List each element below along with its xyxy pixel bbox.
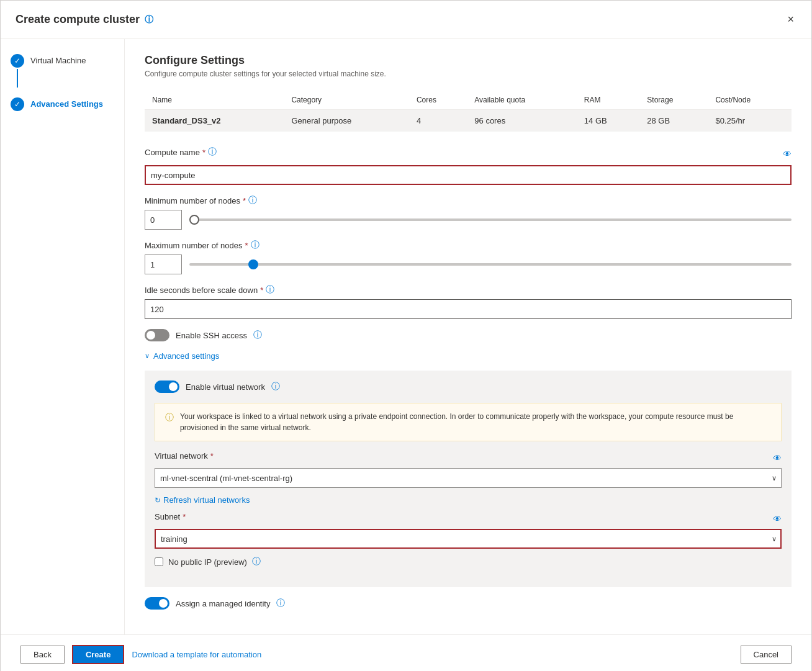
- main-content: Configure Settings Configure compute clu…: [125, 39, 811, 634]
- sidebar: ✓ Virtual Machine ✓ Advanced Settings: [1, 39, 125, 634]
- vnet-eye-icon[interactable]: 👁: [773, 453, 782, 463]
- min-nodes-slider-row: [145, 210, 792, 230]
- cell-cores: 4: [409, 110, 467, 132]
- step2-check: ✓: [14, 100, 20, 109]
- managed-identity-toggle-slider: [145, 597, 169, 610]
- vnet-select[interactable]: ml-vnet-scentral (ml-vnet-scentral-rg): [155, 468, 782, 488]
- dialog-title-text: Create compute cluster: [16, 13, 140, 26]
- col-name: Name: [145, 91, 284, 110]
- idle-seconds-info-icon[interactable]: ⓘ: [266, 284, 274, 295]
- max-nodes-slider[interactable]: [189, 263, 792, 266]
- col-quota: Available quota: [467, 91, 577, 110]
- col-storage: Storage: [639, 91, 708, 110]
- no-public-ip-info-icon[interactable]: ⓘ: [252, 556, 261, 567]
- create-button[interactable]: Create: [72, 645, 124, 664]
- max-nodes-input[interactable]: [145, 254, 182, 274]
- cell-storage: 28 GB: [639, 110, 708, 132]
- vnet-dropdown-field: Virtual network * 👁 ml-vnet-scentral (ml…: [155, 451, 782, 488]
- ssh-info-icon[interactable]: ⓘ: [253, 330, 262, 341]
- section-title: Configure Settings: [145, 54, 792, 67]
- subnet-eye-icon[interactable]: 👁: [773, 514, 782, 524]
- managed-identity-info-icon[interactable]: ⓘ: [276, 598, 285, 609]
- step2-circle: ✓: [11, 97, 24, 111]
- vnet-label: Enable virtual network: [186, 382, 265, 392]
- vnet-field-label: Virtual network *: [155, 451, 214, 461]
- col-ram: RAM: [577, 91, 639, 110]
- dialog-title: Create compute cluster ⓘ: [16, 13, 153, 26]
- vnet-section: Enable virtual network ⓘ ⓘ Your workspac…: [145, 371, 792, 587]
- max-nodes-field-group: Maximum number of nodes * ⓘ: [145, 240, 792, 274]
- compute-name-info-icon[interactable]: ⓘ: [208, 146, 217, 158]
- section-subtitle: Configure compute cluster settings for y…: [145, 70, 792, 78]
- min-nodes-field-group: Minimum number of nodes * ⓘ: [145, 195, 792, 230]
- subnet-field: Subnet * 👁 training ∨: [155, 512, 782, 549]
- compute-name-required: *: [202, 148, 205, 157]
- min-nodes-info-icon[interactable]: ⓘ: [248, 195, 257, 206]
- vnet-toggle-row: Enable virtual network ⓘ: [155, 381, 782, 393]
- managed-identity-toggle-row: Assign a managed identity ⓘ: [145, 597, 792, 610]
- vnet-info-icon[interactable]: ⓘ: [271, 381, 280, 392]
- cell-ram: 14 GB: [577, 110, 639, 132]
- vnet-select-field: ml-vnet-scentral (ml-vnet-scentral-rg) ∨: [155, 468, 782, 488]
- col-category: Category: [284, 91, 409, 110]
- max-nodes-info-icon[interactable]: ⓘ: [251, 240, 259, 251]
- refresh-icon: ↻: [155, 496, 161, 505]
- title-info-icon[interactable]: ⓘ: [145, 14, 153, 25]
- back-button[interactable]: Back: [20, 646, 65, 664]
- step2-indicator: ✓: [11, 97, 24, 111]
- step1-line: [17, 69, 18, 88]
- compute-name-field-group: Compute name * ⓘ 👁: [145, 146, 792, 185]
- warning-text: Your workspace is linked to a virtual ne…: [180, 411, 771, 433]
- step2-label: Advanced Settings: [30, 97, 103, 109]
- min-nodes-label: Minimum number of nodes * ⓘ: [145, 195, 792, 206]
- min-nodes-slider[interactable]: [189, 218, 792, 221]
- warning-icon: ⓘ: [165, 411, 174, 433]
- step1-check: ✓: [14, 56, 20, 65]
- cell-cost: $0.25/hr: [708, 110, 792, 132]
- dialog-header: Create compute cluster ⓘ ×: [1, 1, 811, 39]
- compute-name-eye-icon[interactable]: 👁: [783, 149, 792, 159]
- managed-identity-label: Assign a managed identity: [176, 599, 270, 608]
- no-public-ip-row: No public IP (preview) ⓘ: [155, 556, 782, 567]
- no-public-ip-checkbox[interactable]: [155, 557, 163, 566]
- sidebar-step-advanced-settings[interactable]: ✓ Advanced Settings: [11, 97, 114, 111]
- idle-seconds-label: Idle seconds before scale down * ⓘ: [145, 284, 792, 295]
- subnet-select-field: training ∨: [155, 529, 782, 549]
- idle-seconds-field-group: Idle seconds before scale down * ⓘ: [145, 284, 792, 319]
- vm-table: Name Category Cores Available quota RAM …: [145, 91, 792, 132]
- ssh-toggle-row: Enable SSH access ⓘ: [145, 329, 792, 341]
- step1-indicator: ✓: [11, 54, 24, 88]
- min-nodes-input[interactable]: [145, 210, 182, 230]
- refresh-label: Refresh virtual networks: [163, 495, 250, 505]
- col-cost: Cost/Node: [708, 91, 792, 110]
- step1-label: Virtual Machine: [30, 54, 86, 65]
- cell-quota: 96 cores: [467, 110, 577, 132]
- advanced-settings-toggle[interactable]: ∨ Advanced settings: [145, 351, 792, 361]
- warning-box: ⓘ Your workspace is linked to a virtual …: [155, 403, 782, 441]
- vnet-toggle-slider: [155, 381, 179, 393]
- vnet-toggle[interactable]: [155, 381, 179, 393]
- cell-category: General purpose: [284, 110, 409, 132]
- cell-name: Standard_DS3_v2: [145, 110, 284, 132]
- close-button[interactable]: ×: [785, 11, 796, 29]
- max-nodes-slider-row: [145, 254, 792, 274]
- idle-seconds-input[interactable]: [145, 299, 792, 319]
- subnet-select[interactable]: training: [155, 529, 782, 549]
- create-compute-dialog: Create compute cluster ⓘ × ✓ Virtual Mac…: [0, 0, 812, 671]
- cancel-button[interactable]: Cancel: [741, 646, 792, 664]
- managed-identity-toggle[interactable]: [145, 597, 169, 610]
- step1-circle: ✓: [11, 54, 24, 68]
- automation-link[interactable]: Download a template for automation: [132, 650, 261, 659]
- compute-name-label: Compute name * ⓘ: [145, 146, 217, 158]
- dialog-footer: Back Create Download a template for auto…: [1, 634, 811, 671]
- advanced-chevron-icon: ∨: [145, 352, 150, 360]
- advanced-settings-label: Advanced settings: [153, 351, 219, 361]
- table-row[interactable]: Standard_DS3_v2 General purpose 4 96 cor…: [145, 110, 792, 132]
- subnet-field-label: Subnet *: [155, 512, 186, 521]
- refresh-link[interactable]: ↻ Refresh virtual networks: [155, 495, 782, 505]
- vm-table-header: Name Category Cores Available quota RAM …: [145, 91, 792, 110]
- sidebar-step-virtual-machine[interactable]: ✓ Virtual Machine: [11, 54, 114, 88]
- compute-name-input[interactable]: [145, 165, 792, 185]
- max-nodes-label: Maximum number of nodes * ⓘ: [145, 240, 792, 251]
- ssh-toggle[interactable]: [145, 329, 169, 341]
